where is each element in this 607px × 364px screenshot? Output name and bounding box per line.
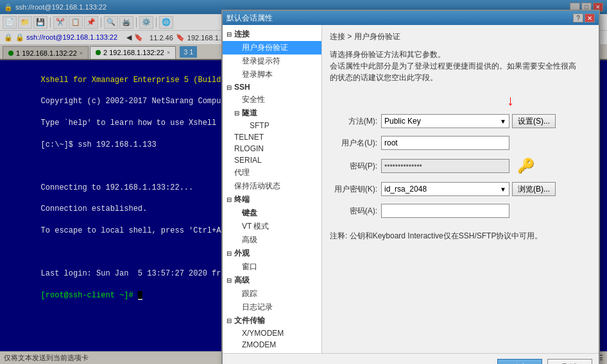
username-input[interactable]	[381, 136, 509, 150]
tree-label-terminal: 终端	[234, 194, 250, 205]
cancel-button[interactable]: 取消	[547, 359, 592, 364]
tree-label-connection: 连接	[234, 29, 250, 40]
tree-item-tunnel[interactable]: ⊟ 隧道	[223, 106, 321, 120]
form-row-passphrase: 密码(A):	[330, 204, 591, 218]
passphrase-input[interactable]	[381, 204, 509, 218]
tree-item-keyboard[interactable]: 键盘	[223, 206, 321, 220]
method-settings-button[interactable]: 设置(S)...	[512, 114, 556, 128]
userkey-select-arrow: ▼	[500, 186, 506, 193]
password-label: 密码(P):	[330, 161, 381, 172]
tree-expander-connection: ⊟	[225, 31, 233, 38]
key-icon: 🔑	[516, 158, 535, 174]
tree-label-xymodem: X/YMODEM	[242, 329, 284, 338]
tree-item-security[interactable]: 安全性	[223, 93, 321, 106]
method-select-arrow: ▼	[500, 118, 506, 125]
form-row-userkey: 用户密钥(K): id_rsa_2048 ▼ 浏览(B)...	[330, 182, 591, 196]
tree-label-zmodem: ZMODEM	[242, 340, 276, 349]
username-label: 用户名(U):	[330, 138, 381, 149]
tree-label-window: 窗口	[242, 261, 257, 272]
userkey-control: id_rsa_2048 ▼ 浏览(B)...	[381, 182, 591, 196]
tree-label-ssh: SSH	[234, 83, 250, 92]
method-control: Public Key ▼ 设置(S)...	[381, 114, 591, 128]
dialog-title-bar: 默认会话属性 ? ✕	[223, 11, 599, 25]
userkey-label: 用户密钥(K):	[330, 184, 381, 195]
tree-item-rlogin[interactable]: RLOGIN	[223, 143, 321, 154]
tree-label-serial: SERIAL	[234, 156, 262, 165]
form-row-method: 方法(M): Public Key ▼ 设置(S)...	[330, 114, 591, 128]
dialog-body: ⊟ 连接 用户身份验证 登录提示符 登录脚本 ⊟ SSH	[223, 25, 599, 353]
tree-item-proxy[interactable]: 代理	[223, 166, 321, 179]
tree-label-rlogin: RLOGIN	[234, 144, 264, 153]
ok-button[interactable]: 确定	[497, 359, 542, 364]
tree-item-keepalive[interactable]: 保持活动状态	[223, 179, 321, 193]
tree-item-ssh[interactable]: ⊟ SSH	[223, 81, 321, 93]
userkey-select[interactable]: id_rsa_2048 ▼	[381, 182, 509, 196]
content-desc: 请选择身份验证方法和其它参数。 会话属性中此部分是为了登录过程更便捷而提供的。如…	[330, 49, 591, 83]
method-select[interactable]: Public Key ▼	[381, 114, 509, 128]
tree-item-vt[interactable]: VT 模式	[223, 220, 321, 233]
tree-label-keyboard: 键盘	[242, 208, 257, 219]
red-arrow: ↓	[330, 92, 591, 109]
dialog-close-button[interactable]: ✕	[585, 13, 595, 22]
tree-item-trace[interactable]: 跟踪	[223, 287, 321, 301]
userkey-value: id_rsa_2048	[384, 185, 427, 194]
dialog: 默认会话属性 ? ✕ ⊟ 连接 用户身份验证 登录提示符	[221, 10, 600, 364]
tree-label-tunnel: 隧道	[242, 108, 257, 119]
tree-label-keepalive: 保持活动状态	[234, 181, 280, 192]
tree-label-trace: 跟踪	[242, 288, 257, 299]
tree-item-terminal[interactable]: ⊟ 终端	[223, 193, 321, 206]
tree-item-serial[interactable]: SERIAL	[223, 154, 321, 166]
dialog-help-button[interactable]: ?	[573, 13, 583, 22]
tree-label-proxy: 代理	[234, 167, 250, 178]
tree-panel: ⊟ 连接 用户身份验证 登录提示符 登录脚本 ⊟ SSH	[223, 25, 322, 353]
tree-item-login-script[interactable]: 登录脚本	[223, 68, 321, 81]
tree-label-terminal-advanced: 高级	[242, 235, 257, 245]
password-input[interactable]	[381, 159, 509, 173]
tree-expander-tunnel: ⊟	[233, 110, 241, 117]
content-panel: 连接 > 用户身份验证 请选择身份验证方法和其它参数。 会话属性中此部分是为了登…	[322, 25, 599, 353]
tree-label-appearance: 外观	[234, 248, 250, 259]
tree-item-login-prompt[interactable]: 登录提示符	[223, 54, 321, 68]
tree-label-telnet: TELNET	[234, 133, 264, 142]
tree-expander-advanced: ⊟	[225, 277, 233, 284]
dialog-footer: 确定 取消	[223, 353, 599, 364]
tree-item-zmodem[interactable]: ZMODEM	[223, 339, 321, 351]
browse-button[interactable]: 浏览(B)...	[512, 182, 556, 196]
tree-item-telnet[interactable]: TELNET	[223, 131, 321, 143]
tree-label-advanced: 高级	[234, 275, 250, 286]
tree-label-login-script: 登录脚本	[242, 69, 273, 80]
dialog-overlay: 默认会话属性 ? ✕ ⊟ 连接 用户身份验证 登录提示符	[0, 0, 607, 364]
tree-item-window[interactable]: 窗口	[223, 260, 321, 274]
tree-expander-appearance: ⊟	[225, 250, 233, 257]
tree-label-sftp: SFTP	[250, 121, 269, 130]
tree-item-user-auth[interactable]: 用户身份验证	[223, 41, 321, 54]
method-label: 方法(M):	[330, 116, 381, 127]
tree-label-vt: VT 模式	[242, 221, 269, 232]
tree-item-terminal-advanced[interactable]: 高级	[223, 233, 321, 247]
method-value: Public Key	[384, 117, 421, 126]
username-control	[381, 136, 591, 150]
tree-expander-ssh: ⊟	[225, 84, 233, 91]
password-control: 🔑	[381, 158, 591, 174]
tree-label-login-prompt: 登录提示符	[242, 56, 280, 67]
note-text: 注释: 公钥和Keyboard Interactive仅在SSH/SFTP协议中…	[330, 231, 591, 242]
tree-item-logging[interactable]: 日志记录	[223, 301, 321, 314]
passphrase-label: 密码(A):	[330, 206, 381, 217]
passphrase-control	[381, 204, 591, 218]
tree-label-filetransfer: 文件传输	[234, 315, 265, 326]
form-row-username: 用户名(U):	[330, 136, 591, 150]
tree-item-sftp[interactable]: SFTP	[223, 120, 321, 131]
tree-expander-filetransfer: ⊟	[225, 317, 233, 324]
content-breadcrumb: 连接 > 用户身份验证	[330, 31, 591, 42]
dialog-title-buttons: ? ✕	[573, 13, 595, 22]
tree-item-filetransfer[interactable]: ⊟ 文件传输	[223, 314, 321, 327]
tree-label-user-auth: 用户身份验证	[242, 42, 288, 53]
tree-item-appearance[interactable]: ⊟ 外观	[223, 247, 321, 260]
tree-label-logging: 日志记录	[242, 302, 273, 313]
tree-item-xymodem[interactable]: X/YMODEM	[223, 327, 321, 339]
tree-label-security: 安全性	[242, 94, 265, 105]
tree-item-connection[interactable]: ⊟ 连接	[223, 28, 321, 41]
dialog-title: 默认会话属性	[227, 13, 273, 24]
tree-expander-terminal: ⊟	[225, 196, 233, 203]
tree-item-advanced[interactable]: ⊟ 高级	[223, 274, 321, 287]
